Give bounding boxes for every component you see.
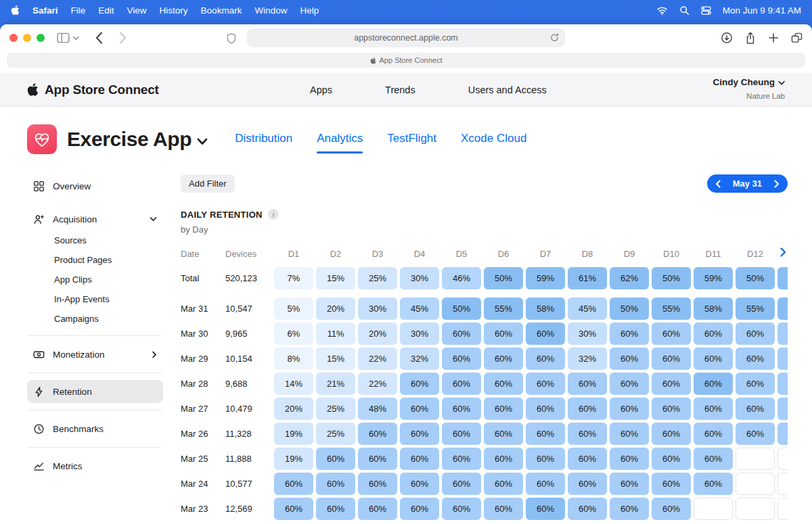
menu-view[interactable]: View [127,5,147,16]
sidebar-item-campaigns[interactable]: Campaigns [27,309,163,329]
menu-clock[interactable]: Mon Jun 9 9:41 AM [723,5,801,16]
retention-cell: 60% [442,448,481,470]
tab-xcode-cloud[interactable]: Xcode Cloud [461,132,526,153]
account-org: Nature Lab [746,92,785,100]
previous-day-button[interactable] [714,180,722,188]
control-center-icon[interactable] [701,5,711,16]
retention-row: Mar 2511,88819%60%60%60%60%60%60%60%60%6… [181,448,788,470]
row-date: Mar 24 [181,479,225,489]
tab-overview-icon[interactable] [791,32,803,43]
sidebar-item-benchmarks[interactable]: Benchmarks [27,417,163,440]
retention-cell: 60% [400,473,439,495]
retention-cell: 55% [652,297,691,320]
section-subtitle: by Day [181,224,788,235]
tab-distribution[interactable]: Distribution [235,132,292,153]
forward-button[interactable] [119,32,127,44]
retention-cell [694,498,733,520]
zoom-window-button[interactable] [37,34,45,42]
retention-cell: 60% [568,423,607,445]
menu-bookmark[interactable]: Bookmark [201,5,242,16]
sidebar-label: Acquisition [53,214,97,224]
retention-cell: 60% [526,448,565,470]
retention-cell: 60% [526,498,565,520]
retention-cell: 60% [274,473,313,495]
downloads-icon[interactable] [721,32,733,44]
retention-cell: 22% [358,348,397,370]
retention-cell: 20% [316,297,355,320]
retention-cell: 60% [484,448,523,470]
add-filter-button[interactable]: Add Filter [181,174,235,193]
menu-file[interactable]: File [71,5,86,16]
tab-testflight[interactable]: TestFlight [387,132,436,153]
chevron-down-icon [778,80,785,85]
menu-help[interactable]: Help [300,5,319,16]
sidebar-item-in-app-events[interactable]: In-App Events [27,289,163,309]
scroll-days-next-button[interactable] [779,246,788,258]
row-date: Mar 29 [181,354,225,364]
close-window-button[interactable] [9,34,18,42]
address-bar[interactable]: appstoreconnect.apple.com [247,28,565,47]
retention-cell: 60% [736,423,775,445]
sidebar-item-metrics[interactable]: Metrics [27,454,163,477]
retention-cell: 58% [526,297,565,320]
app-name-title: Exercise App [67,128,191,151]
row-devices: 10,547 [225,304,274,314]
row-devices: 520,123 [225,273,274,283]
day-column-header: D4 [400,249,439,259]
retention-cell: 58% [694,297,733,320]
wifi-icon[interactable] [656,5,668,16]
info-icon[interactable]: i [268,209,279,220]
retention-cell [736,448,775,470]
retention-cell: 60% [358,423,397,445]
date-column-header: Date [181,249,225,259]
sidebar-item-product-pages[interactable]: Product Pages [27,250,163,270]
account-menu[interactable]: Cindy Cheung Nature Lab [713,77,786,102]
nav-users-and-access[interactable]: Users and Access [468,85,547,95]
search-icon[interactable] [679,5,690,16]
privacy-shield-icon[interactable] [227,33,236,44]
retention-cell: 60% [316,448,355,470]
app-tabs: Distribution Analytics TestFlight Xcode … [235,132,526,153]
partial-next-column-cell [777,297,788,320]
active-tab[interactable]: App Store Connect [7,53,805,68]
sidebar-item-overview[interactable]: Overview [27,174,163,197]
sidebar-item-sources[interactable]: Sources [27,231,163,250]
sidebar-item-app-clips[interactable]: App Clips [27,270,163,289]
menu-window[interactable]: Window [254,5,287,16]
asc-logo[interactable]: App Store Connect [27,82,159,97]
reload-icon[interactable] [549,32,560,43]
retention-table-body: Total520,1237%15%25%30%46%50%59%61%62%50… [181,267,788,520]
retention-cell: 8% [274,348,313,370]
bolt-icon [33,386,45,398]
nav-trends[interactable]: Trends [385,85,415,95]
minimize-window-button[interactable] [23,34,31,42]
day-column-header: D10 [652,249,691,259]
next-day-button[interactable] [773,180,781,188]
retention-cell: 60% [652,473,691,495]
sidebar-item-monetization[interactable]: Monetization [27,343,163,366]
sidebar-item-acquisition[interactable]: Acquisition [27,208,163,231]
tab-analytics[interactable]: Analytics [317,132,363,153]
sidebar-item-retention[interactable]: Retention [27,380,163,403]
retention-cell: 60% [694,398,733,420]
partial-next-column-cell [777,448,788,470]
menu-history[interactable]: History [160,5,188,16]
day-column-header: D12 [736,249,775,259]
apple-menu-icon[interactable] [11,5,20,16]
controls-row: Add Filter May 31 [181,174,788,193]
retention-row: Mar 2312,56960%60%60%60%60%60%60%60%60%6… [181,498,788,520]
retention-cell: 60% [400,498,439,520]
nav-apps[interactable]: Apps [310,85,332,95]
menu-safari[interactable]: Safari [32,5,58,16]
row-devices: 11,328 [225,429,274,439]
back-button[interactable] [95,32,103,44]
retention-cell: 60% [736,323,775,345]
retention-cell: 11% [316,323,355,345]
pager-date-label: May 31 [733,178,762,189]
new-tab-icon[interactable] [768,32,779,43]
sidebar-toggle-button[interactable] [57,32,79,43]
share-icon[interactable] [745,32,756,45]
partial-next-column-cell [777,473,788,495]
app-switcher-chevron[interactable] [197,138,208,145]
menu-edit[interactable]: Edit [98,5,114,16]
